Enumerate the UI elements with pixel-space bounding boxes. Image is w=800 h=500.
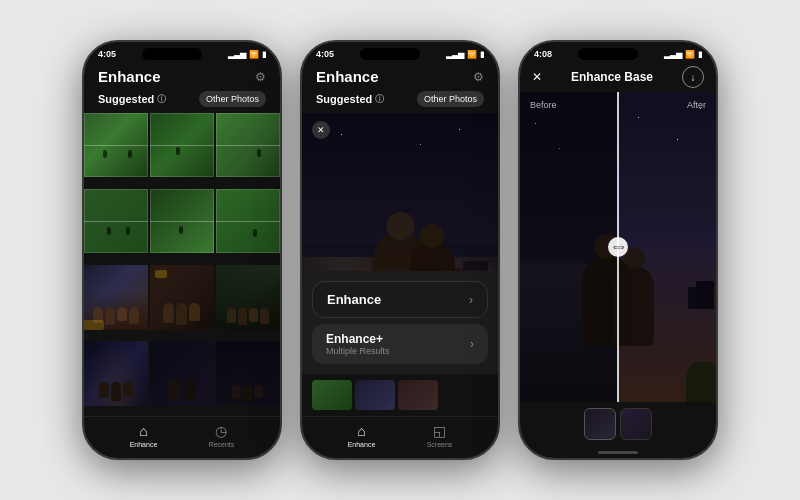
nav-enhance-icon-2: ⌂: [357, 423, 365, 439]
wifi-icon-3: 🛜: [685, 50, 695, 59]
status-icons-2: ▂▃▅ 🛜 ▮: [446, 50, 484, 59]
gear-icon-2[interactable]: ⚙: [473, 70, 484, 84]
enhance-label: Enhance: [327, 292, 381, 307]
photo-cell-6[interactable]: [216, 189, 280, 253]
tab-row-1: Suggested ⓘ Other Photos: [84, 89, 280, 113]
enhance-plus-chevron: ›: [470, 337, 474, 351]
battery-icon: ▮: [262, 50, 266, 59]
app-title-2: Enhance: [316, 68, 379, 85]
tab-row-2: Suggested ⓘ Other Photos: [302, 89, 498, 113]
before-after-view: ⟺ Before After: [520, 92, 716, 402]
photo-cell-11[interactable]: [150, 341, 214, 405]
battery-icon-3: ▮: [698, 50, 702, 59]
time-3: 4:08: [534, 49, 552, 59]
after-label: After: [687, 100, 706, 110]
battery-icon-2: ▮: [480, 50, 484, 59]
enhance-button[interactable]: Enhance ›: [312, 281, 488, 318]
person-head: [386, 212, 414, 240]
home-indicator-3: [520, 446, 716, 458]
ba-handle[interactable]: ⟺: [608, 237, 628, 257]
phone-2: 4:05 ▂▃▅ 🛜 ▮ Enhance ⚙ Suggested ⓘ O: [300, 40, 500, 460]
before-label: Before: [530, 100, 557, 110]
close-button-2[interactable]: ✕: [312, 121, 330, 139]
nav-screens-icon-2: ◱: [433, 423, 446, 439]
photo-cell-10[interactable]: [84, 341, 148, 405]
wifi-icon: 🛜: [249, 50, 259, 59]
enhance-plus-sub: Multiple Results: [326, 346, 390, 356]
phone-3: 4:08 ▂▃▅ 🛜 ▮ ✕ Enhance Base ↓: [518, 40, 718, 460]
nav-screens-2[interactable]: ◱ Screens: [427, 423, 453, 448]
dynamic-island-1: [142, 48, 202, 60]
photo-cell-7[interactable]: [84, 265, 148, 329]
signal-icon-2: ▂▃▅: [446, 50, 464, 59]
status-bar-1: 4:05 ▂▃▅ 🛜 ▮: [84, 42, 280, 62]
tab-suggested-2[interactable]: Suggested ⓘ: [316, 93, 384, 106]
enhance-plus-label: Enhance+: [326, 332, 390, 346]
nav-enhance-1[interactable]: ⌂ Enhance: [130, 423, 158, 448]
p3-thumb-1[interactable]: [584, 408, 616, 440]
wifi-icon-2: 🛜: [467, 50, 477, 59]
download-button[interactable]: ↓: [682, 66, 704, 88]
status-bar-3: 4:08 ▂▃▅ 🛜 ▮: [520, 42, 716, 62]
bottom-nav-1: ⌂ Enhance ◷ Recents: [84, 416, 280, 458]
time-2: 4:05: [316, 49, 334, 59]
phone3-header: ✕ Enhance Base ↓: [520, 62, 716, 92]
photo-grid-1: [84, 113, 280, 416]
thumb-2[interactable]: [355, 380, 395, 410]
thumb-1[interactable]: [312, 380, 352, 410]
dynamic-island-2: [360, 48, 420, 60]
tab-other-photos-2[interactable]: Other Photos: [417, 91, 484, 107]
dynamic-island-3: [578, 48, 638, 60]
enhance-chevron: ›: [469, 293, 473, 307]
photo-cell-2[interactable]: [150, 113, 214, 177]
photo-cell-9[interactable]: [216, 265, 280, 329]
p3-thumb-strip: [520, 402, 716, 446]
signal-icon: ▂▃▅: [228, 50, 246, 59]
bottom-nav-2: ⌂ Enhance ◱ Screens: [302, 416, 498, 458]
tab-other-photos-1[interactable]: Other Photos: [199, 91, 266, 107]
photo-cell-8[interactable]: [150, 265, 214, 329]
signal-icon-3: ▂▃▅: [664, 50, 682, 59]
photo-cell-3[interactable]: [216, 113, 280, 177]
modal-sheet: Enhance › Enhance+ Multiple Results ›: [302, 271, 498, 374]
status-bar-2: 4:05 ▂▃▅ 🛜 ▮: [302, 42, 498, 62]
close-button-3[interactable]: ✕: [532, 70, 542, 84]
app-header-2: Enhance ⚙: [302, 62, 498, 89]
time-1: 4:05: [98, 49, 116, 59]
enhance-base-title: Enhance Base: [571, 70, 653, 84]
phones-container: 4:05 ▂▃▅ 🛜 ▮ Enhance ⚙ Suggested ⓘ O: [62, 20, 738, 480]
photo-cell-12[interactable]: [216, 341, 280, 405]
nav-recents-icon: ◷: [215, 423, 227, 439]
thumb-3[interactable]: [398, 380, 438, 410]
nav-enhance-icon: ⌂: [139, 423, 147, 439]
thumb-strip-2: [302, 374, 498, 416]
info-icon-1: ⓘ: [157, 93, 166, 106]
before-after-bg: ⟺ Before After: [520, 92, 716, 402]
status-icons-3: ▂▃▅ 🛜 ▮: [664, 50, 702, 59]
status-icons-1: ▂▃▅ 🛜 ▮: [228, 50, 266, 59]
p3-thumb-2[interactable]: [620, 408, 652, 440]
info-icon-2: ⓘ: [375, 93, 384, 106]
enhance-plus-button[interactable]: Enhance+ Multiple Results ›: [312, 324, 488, 364]
photo-preview-2: ✕ Enhance › Enhance+ Multiple Results: [302, 113, 498, 374]
gear-icon-1[interactable]: ⚙: [255, 70, 266, 84]
nav-recents-1[interactable]: ◷ Recents: [209, 423, 235, 448]
photo-cell-1[interactable]: [84, 113, 148, 177]
phone-1: 4:05 ▂▃▅ 🛜 ▮ Enhance ⚙ Suggested ⓘ O: [82, 40, 282, 460]
nav-enhance-2[interactable]: ⌂ Enhance: [348, 423, 376, 448]
tab-suggested-1[interactable]: Suggested ⓘ: [98, 93, 166, 106]
photo-cell-5[interactable]: [150, 189, 214, 253]
photo-cell-4[interactable]: [84, 189, 148, 253]
app-title-1: Enhance: [98, 68, 161, 85]
app-header-1: Enhance ⚙: [84, 62, 280, 89]
